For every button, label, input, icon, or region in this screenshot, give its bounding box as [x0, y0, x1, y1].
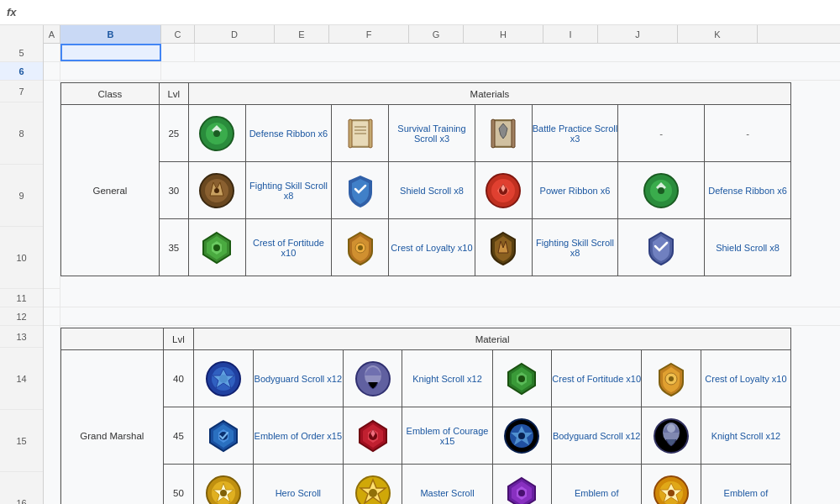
col-a-table1 — [44, 81, 60, 289]
gm-lvl-40: 40 — [163, 350, 194, 407]
icon-master-50 — [343, 465, 402, 505]
table2-rows: Lvl Material Grand Marshal 40 — [44, 326, 840, 504]
general-row-30: 30 — [61, 162, 791, 219]
cell-b6[interactable] — [60, 62, 161, 80]
svg-point-38 — [669, 376, 674, 381]
row-8: 8 — [0, 102, 43, 165]
svg-point-57 — [220, 490, 227, 496]
row-12: 12 — [0, 307, 43, 326]
corner-cell — [0, 25, 44, 44]
name-defense-ribbon-30: Defense Ribbon x6 — [705, 162, 791, 219]
svg-point-12 — [214, 188, 219, 193]
name-fortitude-40: Crest of Fortitude x10 — [552, 350, 642, 407]
cell-b5-selected[interactable] — [60, 44, 161, 61]
col-header-b[interactable]: B — [60, 25, 161, 44]
icon-fighting-skill-30 — [188, 162, 245, 219]
icon-emblem1-50 — [492, 465, 552, 505]
svg-point-64 — [518, 490, 525, 496]
name-power-ribbon-30: Power Ribbon x6 — [532, 162, 618, 219]
svg-point-22 — [213, 244, 220, 251]
icon-bodyguard-40 — [194, 350, 254, 407]
icon-knight-45 — [642, 407, 701, 465]
cell-a11[interactable] — [44, 289, 60, 307]
name-emblem1-50: Emblem of — [552, 465, 642, 505]
col-header-f[interactable]: F — [329, 25, 409, 44]
svg-point-18 — [658, 187, 664, 194]
svg-point-2 — [213, 130, 220, 137]
general-class-cell: General — [61, 105, 160, 276]
col-header-c[interactable]: C — [161, 25, 195, 44]
name-emblem2-50: Emblem of — [701, 465, 790, 505]
icon-fighting-35 — [475, 219, 532, 276]
name-bodyguard-45: Bodyguard Scroll x12 — [552, 407, 642, 465]
cell-rest-row6 — [161, 62, 840, 80]
dash-1-25: - — [618, 105, 705, 162]
name-fortitude-35: Crest of Fortitude x10 — [245, 219, 332, 276]
gm-class-header — [61, 328, 164, 350]
gm-lvl-50: 50 — [163, 465, 194, 505]
svg-point-50 — [518, 433, 525, 439]
cell-a5[interactable] — [44, 44, 60, 61]
formula-input[interactable] — [24, 7, 833, 18]
name-shield-35: Shield Scroll x8 — [705, 219, 791, 276]
gm-row-50: 50 — [61, 465, 791, 505]
grand-marshal-table: Lvl Material Grand Marshal 40 — [60, 328, 791, 504]
icon-loyalty-35 — [332, 219, 389, 276]
dash-2-25: - — [705, 105, 791, 162]
icon-emblem2-50 — [642, 465, 701, 505]
cell-rest-row11 — [60, 289, 840, 307]
col-a-table2 — [44, 326, 60, 504]
col-header-i[interactable]: I — [543, 25, 598, 44]
icon-shield-scroll-30 — [332, 162, 389, 219]
row-11: 11 — [0, 289, 43, 307]
table1-rows: Class Lvl Materials General 25 — [44, 81, 840, 289]
name-loyalty-35: Crest of Loyalty x10 — [389, 219, 475, 276]
row-12-cells — [44, 307, 840, 326]
col-header-a[interactable]: A — [44, 25, 60, 44]
name-order-45: Emblem of Order x15 — [253, 407, 343, 465]
col-header-h[interactable]: H — [464, 25, 543, 44]
name-loyalty-40: Crest of Loyalty x10 — [701, 350, 790, 407]
cell-a6[interactable] — [44, 62, 60, 80]
general-class-table: Class Lvl Materials General 25 — [60, 82, 791, 276]
spreadsheet: fx A B C D E F G H I J K 5 6 7 8 9 — [0, 0, 840, 504]
gm-row-40: Grand Marshal 40 — [61, 350, 791, 407]
table2-content: Lvl Material Grand Marshal 40 — [60, 326, 840, 504]
icon-survival-scroll-25 — [332, 105, 389, 162]
general-row-25: General 25 — [61, 105, 791, 162]
icon-battle-scroll-25 — [475, 105, 532, 162]
row-numbers: 5 6 7 8 9 10 11 12 13 14 15 16 — [0, 44, 44, 504]
col-header-d[interactable]: D — [195, 25, 275, 44]
icon-hero-50 — [194, 465, 254, 505]
lvl-35: 35 — [159, 219, 188, 276]
row-5-cells — [44, 44, 840, 62]
name-fighting-35: Fighting Skill Scroll x8 — [532, 219, 618, 276]
icon-defense-ribbon-30 — [618, 162, 705, 219]
name-shield-scroll-30: Shield Scroll x8 — [389, 162, 475, 219]
cell-a12[interactable] — [44, 307, 60, 325]
lvl-25: 25 — [159, 105, 188, 162]
icon-shield-35 — [618, 219, 705, 276]
svg-point-53 — [667, 424, 675, 433]
cell-c5[interactable] — [161, 44, 195, 61]
name-courage-45: Emblem of Courage x15 — [402, 407, 492, 465]
col-header-g[interactable]: G — [409, 25, 464, 44]
icon-loyalty-40 — [642, 350, 701, 407]
svg-point-29 — [219, 375, 228, 383]
column-headers: A B C D E F G H I J K — [0, 25, 840, 44]
gm-row-45: 45 — [61, 407, 791, 465]
col-header-k[interactable]: K — [678, 25, 758, 44]
gm-lvl-header: Lvl — [163, 328, 194, 350]
general-row-35: 35 — [61, 219, 791, 276]
materials-header: Materials — [188, 83, 790, 105]
col-header-j[interactable]: J — [598, 25, 678, 44]
cell-rest-row5 — [195, 44, 840, 61]
col-header-e[interactable]: E — [275, 25, 329, 44]
cells-area: Class Lvl Materials General 25 — [44, 44, 840, 504]
row-6-cells — [44, 62, 840, 81]
icon-fortitude-40 — [492, 350, 552, 407]
svg-point-36 — [518, 375, 525, 382]
icon-defense-ribbon-25 — [188, 105, 245, 162]
gm-materials-header: Material — [194, 328, 791, 350]
svg-point-24 — [358, 245, 363, 250]
